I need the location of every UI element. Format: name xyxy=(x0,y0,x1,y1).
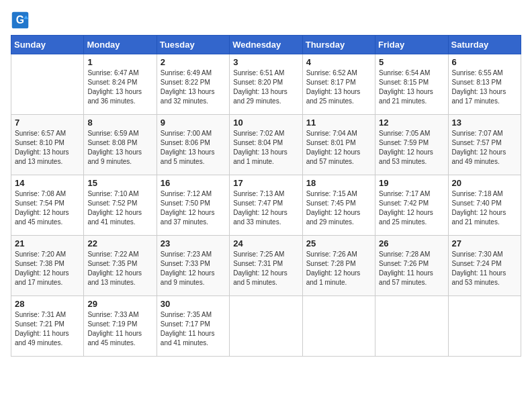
calendar-cell: 8Sunrise: 6:59 AM Sunset: 8:08 PM Daylig… xyxy=(84,115,157,175)
day-number: 28 xyxy=(15,299,80,309)
calendar-cell: 15Sunrise: 7:10 AM Sunset: 7:52 PM Dayli… xyxy=(84,175,157,236)
svg-text:G: G xyxy=(16,14,24,26)
day-number: 4 xyxy=(306,57,371,67)
day-info: Sunrise: 7:05 AM Sunset: 7:59 PM Dayligh… xyxy=(379,129,444,167)
day-number: 19 xyxy=(379,178,444,188)
day-number: 10 xyxy=(233,118,298,128)
day-header-tuesday: Tuesday xyxy=(157,36,229,54)
day-info: Sunrise: 7:22 AM Sunset: 7:35 PM Dayligh… xyxy=(87,250,152,287)
day-number: 12 xyxy=(379,118,444,128)
day-number: 13 xyxy=(452,118,517,128)
day-number: 14 xyxy=(15,178,80,188)
day-info: Sunrise: 7:20 AM Sunset: 7:38 PM Dayligh… xyxy=(15,250,80,287)
day-number: 17 xyxy=(233,178,298,188)
calendar-cell: 16Sunrise: 7:12 AM Sunset: 7:50 PM Dayli… xyxy=(157,175,229,236)
day-number: 7 xyxy=(15,118,80,128)
day-info: Sunrise: 7:26 AM Sunset: 7:28 PM Dayligh… xyxy=(306,250,371,287)
day-info: Sunrise: 7:08 AM Sunset: 7:54 PM Dayligh… xyxy=(15,189,80,227)
day-number: 18 xyxy=(306,178,371,188)
day-info: Sunrise: 7:17 AM Sunset: 7:42 PM Dayligh… xyxy=(379,189,444,227)
calendar-cell: 1Sunrise: 6:47 AM Sunset: 8:24 PM Daylig… xyxy=(84,54,157,115)
day-number: 6 xyxy=(452,57,517,67)
day-info: Sunrise: 6:55 AM Sunset: 8:13 PM Dayligh… xyxy=(452,68,517,106)
day-info: Sunrise: 6:59 AM Sunset: 8:08 PM Dayligh… xyxy=(87,129,152,167)
day-info: Sunrise: 7:23 AM Sunset: 7:33 PM Dayligh… xyxy=(161,250,226,287)
calendar-cell: 11Sunrise: 7:04 AM Sunset: 8:01 PM Dayli… xyxy=(302,115,375,175)
page-header: G xyxy=(11,11,521,30)
day-info: Sunrise: 7:35 AM Sunset: 7:17 PM Dayligh… xyxy=(161,310,226,348)
calendar-table: SundayMondayTuesdayWednesdayThursdayFrid… xyxy=(11,35,521,357)
day-info: Sunrise: 7:30 AM Sunset: 7:24 PM Dayligh… xyxy=(452,250,517,287)
day-info: Sunrise: 7:13 AM Sunset: 7:47 PM Dayligh… xyxy=(233,189,298,227)
day-number: 5 xyxy=(379,57,444,67)
calendar-cell: 12Sunrise: 7:05 AM Sunset: 7:59 PM Dayli… xyxy=(375,115,448,175)
day-number: 20 xyxy=(452,178,517,188)
day-number: 1 xyxy=(87,57,152,67)
day-header-thursday: Thursday xyxy=(302,36,375,54)
calendar-cell: 14Sunrise: 7:08 AM Sunset: 7:54 PM Dayli… xyxy=(11,175,84,236)
day-header-saturday: Saturday xyxy=(448,36,521,54)
day-number: 30 xyxy=(161,299,226,309)
calendar-cell: 20Sunrise: 7:18 AM Sunset: 7:40 PM Dayli… xyxy=(448,175,521,236)
calendar-cell: 25Sunrise: 7:26 AM Sunset: 7:28 PM Dayli… xyxy=(302,236,375,296)
logo-icon: G xyxy=(11,11,30,30)
calendar-cell xyxy=(448,296,521,357)
calendar-cell: 23Sunrise: 7:23 AM Sunset: 7:33 PM Dayli… xyxy=(157,236,229,296)
days-header-row: SundayMondayTuesdayWednesdayThursdayFrid… xyxy=(11,36,521,54)
day-number: 24 xyxy=(233,238,298,248)
day-info: Sunrise: 7:00 AM Sunset: 8:06 PM Dayligh… xyxy=(161,129,226,167)
week-row-5: 28Sunrise: 7:31 AM Sunset: 7:21 PM Dayli… xyxy=(11,296,521,357)
day-number: 23 xyxy=(161,238,226,248)
calendar-cell: 10Sunrise: 7:02 AM Sunset: 8:04 PM Dayli… xyxy=(230,115,302,175)
day-number: 2 xyxy=(161,57,226,67)
logo: G xyxy=(11,11,32,30)
day-info: Sunrise: 6:49 AM Sunset: 8:22 PM Dayligh… xyxy=(161,68,226,106)
calendar-cell: 13Sunrise: 7:07 AM Sunset: 7:57 PM Dayli… xyxy=(448,115,521,175)
day-info: Sunrise: 7:15 AM Sunset: 7:45 PM Dayligh… xyxy=(306,189,371,227)
day-header-friday: Friday xyxy=(375,36,448,54)
day-info: Sunrise: 7:07 AM Sunset: 7:57 PM Dayligh… xyxy=(452,129,517,167)
week-row-3: 14Sunrise: 7:08 AM Sunset: 7:54 PM Dayli… xyxy=(11,175,521,236)
calendar-cell xyxy=(375,296,448,357)
day-number: 15 xyxy=(87,178,152,188)
calendar-cell: 9Sunrise: 7:00 AM Sunset: 8:06 PM Daylig… xyxy=(157,115,229,175)
calendar-cell xyxy=(230,296,302,357)
calendar-cell: 6Sunrise: 6:55 AM Sunset: 8:13 PM Daylig… xyxy=(448,54,521,115)
day-info: Sunrise: 7:02 AM Sunset: 8:04 PM Dayligh… xyxy=(233,129,298,167)
day-number: 25 xyxy=(306,238,371,248)
calendar-cell: 22Sunrise: 7:22 AM Sunset: 7:35 PM Dayli… xyxy=(84,236,157,296)
week-row-2: 7Sunrise: 6:57 AM Sunset: 8:10 PM Daylig… xyxy=(11,115,521,175)
day-info: Sunrise: 7:12 AM Sunset: 7:50 PM Dayligh… xyxy=(161,189,226,227)
day-header-wednesday: Wednesday xyxy=(230,36,302,54)
calendar-cell: 3Sunrise: 6:51 AM Sunset: 8:20 PM Daylig… xyxy=(230,54,302,115)
calendar-cell xyxy=(302,296,375,357)
day-info: Sunrise: 6:52 AM Sunset: 8:17 PM Dayligh… xyxy=(306,68,371,106)
day-info: Sunrise: 7:04 AM Sunset: 8:01 PM Dayligh… xyxy=(306,129,371,167)
day-number: 16 xyxy=(161,178,226,188)
day-info: Sunrise: 6:57 AM Sunset: 8:10 PM Dayligh… xyxy=(15,129,80,167)
day-info: Sunrise: 6:47 AM Sunset: 8:24 PM Dayligh… xyxy=(87,68,152,106)
calendar-cell xyxy=(11,54,84,115)
calendar-cell: 17Sunrise: 7:13 AM Sunset: 7:47 PM Dayli… xyxy=(230,175,302,236)
calendar-cell: 30Sunrise: 7:35 AM Sunset: 7:17 PM Dayli… xyxy=(157,296,229,357)
calendar-cell: 27Sunrise: 7:30 AM Sunset: 7:24 PM Dayli… xyxy=(448,236,521,296)
calendar-cell: 19Sunrise: 7:17 AM Sunset: 7:42 PM Dayli… xyxy=(375,175,448,236)
day-info: Sunrise: 7:25 AM Sunset: 7:31 PM Dayligh… xyxy=(233,250,298,287)
day-number: 9 xyxy=(161,118,226,128)
calendar-cell: 24Sunrise: 7:25 AM Sunset: 7:31 PM Dayli… xyxy=(230,236,302,296)
day-info: Sunrise: 7:18 AM Sunset: 7:40 PM Dayligh… xyxy=(452,189,517,227)
calendar-cell: 7Sunrise: 6:57 AM Sunset: 8:10 PM Daylig… xyxy=(11,115,84,175)
day-info: Sunrise: 7:33 AM Sunset: 7:19 PM Dayligh… xyxy=(87,310,152,348)
calendar-cell: 18Sunrise: 7:15 AM Sunset: 7:45 PM Dayli… xyxy=(302,175,375,236)
week-row-1: 1Sunrise: 6:47 AM Sunset: 8:24 PM Daylig… xyxy=(11,54,521,115)
calendar-cell: 5Sunrise: 6:54 AM Sunset: 8:15 PM Daylig… xyxy=(375,54,448,115)
day-header-monday: Monday xyxy=(84,36,157,54)
day-header-sunday: Sunday xyxy=(11,36,84,54)
calendar-cell: 2Sunrise: 6:49 AM Sunset: 8:22 PM Daylig… xyxy=(157,54,229,115)
calendar-cell: 26Sunrise: 7:28 AM Sunset: 7:26 PM Dayli… xyxy=(375,236,448,296)
day-info: Sunrise: 6:51 AM Sunset: 8:20 PM Dayligh… xyxy=(233,68,298,106)
day-info: Sunrise: 7:10 AM Sunset: 7:52 PM Dayligh… xyxy=(87,189,152,227)
day-number: 11 xyxy=(306,118,371,128)
day-info: Sunrise: 7:31 AM Sunset: 7:21 PM Dayligh… xyxy=(15,310,80,348)
calendar-cell: 21Sunrise: 7:20 AM Sunset: 7:38 PM Dayli… xyxy=(11,236,84,296)
